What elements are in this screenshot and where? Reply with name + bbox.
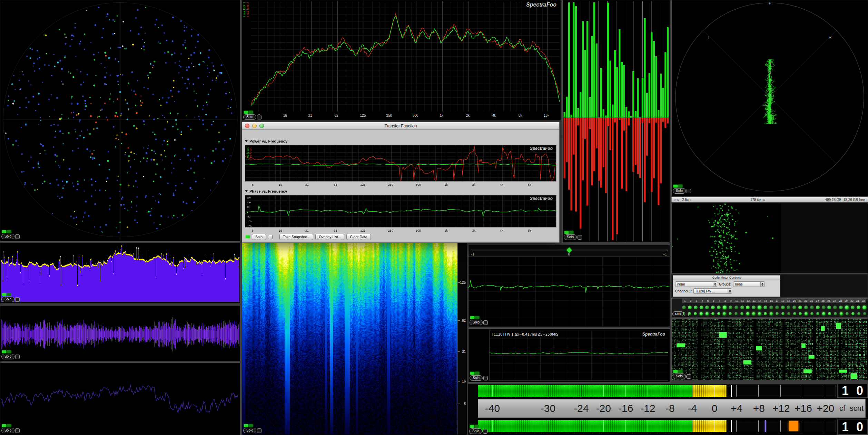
channel-led bbox=[740, 312, 743, 315]
frequency-axis: 81631631252505001k2k4k8k bbox=[245, 182, 556, 187]
scope-readout-label: [1120] FW 1 Δx=0.417ms Δy=250M/S bbox=[492, 332, 558, 336]
solo-cluster: Solo bbox=[672, 311, 689, 316]
meter-options-button[interactable] bbox=[257, 428, 262, 433]
channel-led bbox=[700, 306, 703, 309]
meter-options-button[interactable] bbox=[483, 320, 488, 325]
axis-tick-label: 2k bbox=[472, 229, 476, 232]
meter-options-button[interactable] bbox=[15, 355, 20, 359]
solo-cluster: Solo bbox=[243, 111, 262, 120]
db-scale-label: -40 bbox=[485, 403, 500, 414]
meter-standby-led bbox=[7, 350, 11, 353]
axis-tick-label: 8k bbox=[519, 114, 522, 117]
axis-tick-label: 500 bbox=[416, 183, 421, 186]
meter-options-button[interactable] bbox=[268, 235, 273, 239]
meter-active-led bbox=[470, 425, 474, 428]
solo-button[interactable]: Solo bbox=[673, 188, 686, 194]
window-body: Power vs. Frequency SpectraFoo [1120] FW… bbox=[242, 130, 559, 242]
clear-data-button[interactable]: Clear Data bbox=[346, 234, 371, 240]
phase-vs-frequency-graph: SpectraFoo 150100500-50-100-150 bbox=[245, 195, 556, 228]
axis-tick-label: 8k bbox=[528, 183, 531, 186]
meter-standby-led bbox=[7, 230, 11, 233]
preset-select[interactable]: none bbox=[675, 281, 717, 287]
solo-cluster: Solo bbox=[1, 230, 20, 239]
meter-options-button[interactable] bbox=[15, 428, 20, 433]
channel-led bbox=[694, 306, 698, 309]
spectrafoo-logo: SpectraFoo bbox=[526, 2, 556, 8]
solo-button[interactable]: Solo bbox=[1, 354, 14, 359]
channel-number: 23 bbox=[809, 299, 815, 303]
solo-button[interactable]: Solo bbox=[1, 234, 14, 239]
mtick bbox=[603, 420, 604, 432]
mtick bbox=[492, 385, 493, 397]
channel-1-label: [1120] FW 1 bbox=[243, 2, 246, 17]
channel-led bbox=[846, 312, 849, 315]
solo-button[interactable]: Solo bbox=[243, 428, 256, 433]
spectrafoo-logo: SpectraFoo bbox=[642, 332, 665, 337]
finder-free-space: 499.23 GB, 15.26 GB free bbox=[825, 198, 865, 202]
band-meter-display bbox=[563, 1, 669, 241]
solo-button[interactable]: Solo bbox=[252, 234, 266, 240]
window-title[interactable]: Code Meter Controls bbox=[673, 276, 780, 280]
channel-led bbox=[776, 312, 779, 315]
channel-number: 32 bbox=[860, 299, 866, 303]
channel-led bbox=[805, 312, 808, 315]
solo-button[interactable]: Solo bbox=[672, 311, 683, 316]
channel-led bbox=[810, 312, 813, 315]
groups-select[interactable]: none bbox=[733, 281, 765, 287]
solo-cluster: Solo bbox=[1, 424, 20, 433]
axis-tick-label: 2k bbox=[466, 114, 470, 117]
channel-select[interactable]: [1120] FW ... bbox=[693, 288, 732, 294]
waveform-trace-display bbox=[1, 364, 239, 434]
channel-led bbox=[834, 312, 837, 315]
solo-button[interactable]: Solo bbox=[470, 320, 483, 325]
solo-button[interactable]: Solo bbox=[469, 428, 482, 434]
meter-scale: -40-30-24-20-16-12-8-40+4+8+12+16+20 cf … bbox=[478, 399, 866, 418]
frequency-scale-label: 8 bbox=[464, 402, 466, 406]
mtick bbox=[780, 420, 781, 432]
meter-options-button[interactable] bbox=[687, 189, 691, 193]
solo-button[interactable]: Solo bbox=[470, 375, 483, 381]
window-titlebar[interactable]: Transfer Function bbox=[242, 122, 559, 130]
axis-tick-label: 62 bbox=[334, 114, 338, 117]
correlation-indicator[interactable] bbox=[566, 248, 572, 253]
axis-tick-label: 250 bbox=[388, 229, 393, 232]
mtick bbox=[581, 385, 581, 397]
disclosure-triangle-icon bbox=[245, 140, 248, 142]
channel-led bbox=[833, 306, 837, 309]
meter-options-button[interactable] bbox=[483, 376, 488, 380]
take-snapshot-button[interactable]: Take Snapshot... bbox=[279, 234, 313, 240]
meter-options-button[interactable] bbox=[15, 297, 20, 302]
solo-button[interactable]: Solo bbox=[1, 297, 14, 302]
solo-button[interactable]: Solo bbox=[243, 114, 256, 120]
solo-button[interactable]: Solo bbox=[564, 234, 577, 240]
phase-section-header[interactable]: Phase vs. Frequency bbox=[245, 189, 287, 193]
solo-button[interactable]: Solo bbox=[673, 374, 686, 379]
overlay-list-button[interactable]: Overlay List... bbox=[315, 234, 344, 240]
axis-tick-label: 8 bbox=[252, 229, 254, 232]
meter-standby-led bbox=[7, 424, 11, 427]
meter-options-button[interactable] bbox=[684, 312, 689, 316]
power-section-header[interactable]: Power vs. Frequency bbox=[245, 139, 287, 143]
db-scale-label: -20 bbox=[596, 403, 611, 414]
channel-led bbox=[775, 306, 779, 309]
meter-options-button[interactable] bbox=[15, 234, 20, 239]
meter-options-button[interactable] bbox=[578, 235, 582, 240]
meter-options-button[interactable] bbox=[687, 374, 691, 379]
axis-tick-label: 16k bbox=[544, 114, 549, 117]
scnt-label: scnt bbox=[850, 404, 864, 413]
channel-number: 13 bbox=[751, 299, 757, 303]
channel-number: 14 bbox=[757, 299, 763, 303]
channel-led bbox=[763, 306, 767, 309]
channel-led bbox=[804, 306, 808, 309]
channel-led bbox=[799, 312, 802, 315]
led-row-2 bbox=[682, 311, 866, 316]
meter-active-led bbox=[2, 293, 6, 296]
channel-led bbox=[723, 306, 727, 309]
meter-options-button[interactable] bbox=[483, 429, 487, 434]
channel-2-label: [1120] FW 2 bbox=[249, 147, 252, 161]
spectrogram-display bbox=[242, 243, 457, 435]
channel-1-label: [1120] FW 1 bbox=[247, 147, 249, 161]
meter-standby-led bbox=[678, 185, 682, 187]
solo-button[interactable]: Solo bbox=[1, 428, 14, 433]
meter-options-button[interactable] bbox=[257, 115, 262, 119]
